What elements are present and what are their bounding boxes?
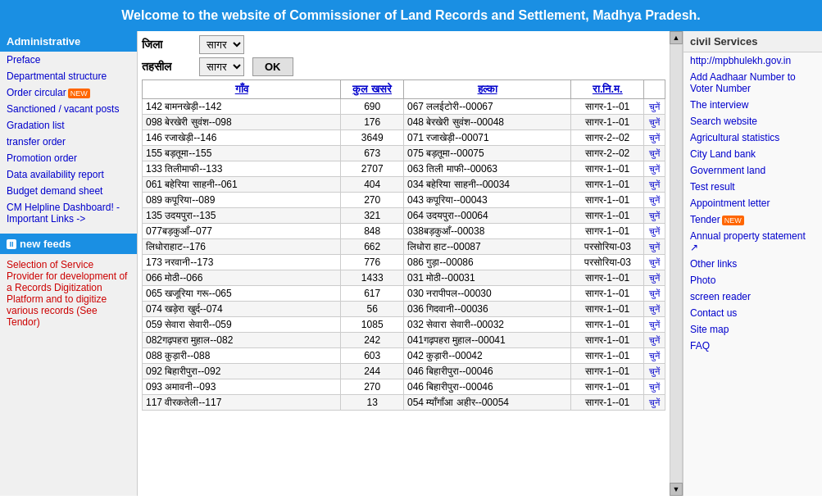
choose-link-7[interactable]: चुनें [649, 211, 660, 220]
table-row: 155 बड़तूमा--155 673 075 बड़तूमा--00075 … [143, 146, 665, 161]
choose-link-1[interactable]: चुनें [649, 117, 660, 127]
scroll-up-arrow[interactable]: ▲ [670, 31, 683, 44]
cell-action-9[interactable]: चुनें [644, 239, 665, 255]
header-halka: हल्का [403, 80, 570, 99]
cell-ranm-19: सागर-1--01 [571, 395, 644, 411]
right-link-1[interactable]: Add Aadhaar Number to Voter Number [683, 69, 822, 97]
table-row: 074 खड़ेरा खुर्द--074 56 036 गिदवानी--00… [143, 302, 665, 317]
right-link-14[interactable]: Contact us [683, 305, 822, 321]
choose-link-16[interactable]: चुनें [649, 351, 660, 361]
cell-halka-15: 041गढ़पहरा मुहाल--00041 [403, 333, 570, 348]
sidebar-link-3[interactable]: Sanctioned / vacant posts [0, 101, 137, 117]
right-link-15[interactable]: Site map [683, 321, 822, 338]
right-link-6[interactable]: Government land [683, 162, 822, 179]
cell-khasra-17: 244 [341, 364, 404, 379]
cell-halka-7: 064 उदयपुरा--00064 [403, 208, 570, 224]
cell-action-14[interactable]: चुनें [644, 317, 665, 333]
cell-action-17[interactable]: चुनें [644, 364, 665, 379]
right-sidebar-title: civil Services [683, 31, 822, 52]
right-link-2[interactable]: The interview [683, 97, 822, 113]
cell-action-13[interactable]: चुनें [644, 302, 665, 317]
sidebar-link-8[interactable]: Budget demand sheet [0, 183, 137, 199]
cell-action-12[interactable]: चुनें [644, 286, 665, 302]
cell-action-11[interactable]: चुनें [644, 270, 665, 286]
right-link-12[interactable]: Photo [683, 272, 822, 288]
header-khasra: कुल खसरे [341, 80, 404, 99]
table-row: 077बड़कुआँ--077 848 038बड़कुआँ--00038 सा… [143, 224, 665, 239]
sidebar-link-6[interactable]: Promotion order [0, 150, 137, 166]
cell-action-18[interactable]: चुनें [644, 379, 665, 395]
scroll-down-arrow[interactable]: ▼ [670, 483, 683, 496]
cell-khasra-18: 270 [341, 379, 404, 395]
sidebar-link-7[interactable]: Data availability report [0, 166, 137, 183]
choose-link-18[interactable]: चुनें [649, 382, 660, 392]
cell-action-19[interactable]: चुनें [644, 395, 665, 411]
header-ranm: रा.नि.म. [571, 80, 644, 99]
choose-link-9[interactable]: चुनें [649, 242, 660, 252]
right-link-3[interactable]: Search website [683, 113, 822, 129]
right-link-11[interactable]: Other links [683, 256, 822, 272]
choose-link-5[interactable]: चुनें [649, 179, 660, 189]
sidebar-link-1[interactable]: Departmental structure [0, 68, 137, 84]
cell-village-8: 077बड़कुआँ--077 [143, 224, 341, 239]
right-link-7[interactable]: Test result [683, 179, 822, 195]
right-link-16[interactable]: FAQ [683, 338, 822, 354]
choose-link-14[interactable]: चुनें [649, 320, 660, 329]
cell-ranm-18: सागर-1--01 [571, 379, 644, 395]
cell-halka-10: 086 गुड़ा--00086 [403, 255, 570, 270]
choose-link-2[interactable]: चुनें [649, 133, 660, 143]
district-select[interactable]: सागर [199, 35, 244, 54]
cell-action-15[interactable]: चुनें [644, 333, 665, 348]
sidebar-link-9[interactable]: CM Helpline Dashboard! - Important Links… [0, 199, 137, 227]
cell-khasra-8: 848 [341, 224, 404, 239]
sidebar-link-0[interactable]: Preface [0, 52, 137, 68]
sidebar-link-2[interactable]: Order circularNEW [0, 84, 137, 101]
cell-action-16[interactable]: चुनें [644, 348, 665, 364]
choose-link-4[interactable]: चुनें [649, 164, 660, 174]
choose-link-12[interactable]: चुनें [649, 288, 660, 298]
choose-link-3[interactable]: चुनें [649, 148, 660, 158]
cell-action-2[interactable]: चुनें [644, 130, 665, 146]
right-link-4[interactable]: Agricultural statistics [683, 129, 822, 146]
cell-action-4[interactable]: चुनें [644, 161, 665, 177]
choose-link-13[interactable]: चुनें [649, 304, 660, 314]
right-link-8[interactable]: Appointment letter [683, 195, 822, 211]
cell-action-0[interactable]: चुनें [644, 99, 665, 115]
sidebar-link-5[interactable]: transfer order [0, 134, 137, 150]
cell-khasra-6: 270 [341, 193, 404, 208]
cell-khasra-19: 13 [341, 395, 404, 411]
cell-village-2: 146 रजाखेड़ी--146 [143, 130, 341, 146]
choose-link-8[interactable]: चुनें [649, 226, 660, 236]
new-feeds-content[interactable]: Selection of Service Provider for develo… [0, 254, 137, 333]
cell-village-15: 082गढ़पहरा मुहाल--082 [143, 333, 341, 348]
cell-action-6[interactable]: चुनें [644, 193, 665, 208]
right-link-9[interactable]: TenderNEW [683, 211, 822, 228]
cell-action-3[interactable]: चुनें [644, 146, 665, 161]
right-link-13[interactable]: screen reader [683, 288, 822, 305]
right-link-5[interactable]: City Land bank [683, 146, 822, 162]
cell-action-8[interactable]: चुनें [644, 224, 665, 239]
cell-ranm-13: सागर-1--01 [571, 302, 644, 317]
choose-link-11[interactable]: चुनें [649, 273, 660, 283]
choose-link-17[interactable]: चुनें [649, 366, 660, 376]
right-link-0[interactable]: http://mpbhulekh.gov.in [683, 52, 822, 69]
tehsil-select[interactable]: सागर [199, 57, 244, 76]
choose-link-6[interactable]: चुनें [649, 195, 660, 205]
choose-link-19[interactable]: चुनें [649, 397, 660, 407]
header-action [644, 80, 665, 99]
sidebar-link-4[interactable]: Gradation list [0, 117, 137, 134]
choose-link-15[interactable]: चुनें [649, 335, 660, 345]
cell-action-10[interactable]: चुनें [644, 255, 665, 270]
cell-khasra-4: 2707 [341, 161, 404, 177]
cell-khasra-1: 176 [341, 115, 404, 130]
cell-halka-11: 031 मोठी--00031 [403, 270, 570, 286]
cell-ranm-6: सागर-1--01 [571, 193, 644, 208]
right-link-10[interactable]: Annual property statement ↗ [683, 228, 822, 256]
cell-action-5[interactable]: चुनें [644, 177, 665, 193]
choose-link-10[interactable]: चुनें [649, 257, 660, 267]
cell-action-1[interactable]: चुनें [644, 115, 665, 130]
choose-link-0[interactable]: चुनें [649, 102, 660, 111]
cell-ranm-5: सागर-1--01 [571, 177, 644, 193]
cell-action-7[interactable]: चुनें [644, 208, 665, 224]
ok-button[interactable]: OK [252, 57, 293, 76]
